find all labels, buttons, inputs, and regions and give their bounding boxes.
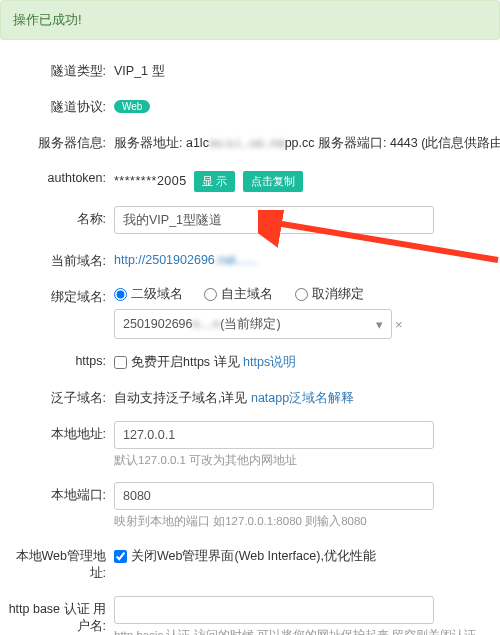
local-addr-input[interactable] <box>114 421 434 449</box>
clear-select-button[interactable]: × <box>395 317 403 332</box>
row-tunnel-type: 隧道类型: VIP_1 型 <box>0 58 500 80</box>
label-tunnel-type: 隧道类型: <box>6 58 114 80</box>
label-authtoken: authtoken: <box>6 166 114 185</box>
radio-unbind-label: 取消绑定 <box>312 287 364 301</box>
value-web-admin: 关闭Web管理界面(Web Interface),优化性能 <box>114 543 500 565</box>
current-domain-link[interactable]: http://2501902696.nat...... <box>114 253 256 267</box>
value-tunnel-type: VIP_1 型 <box>114 58 500 80</box>
http-user-help: http basic 认证,访问的时候,可以将您的网址保护起来.留空则关闭认证 <box>114 628 500 635</box>
name-input[interactable] <box>114 206 434 234</box>
row-local-addr: 本地地址: 默认127.0.0.1 可改为其他内网地址 <box>0 421 500 468</box>
row-name: 名称: <box>0 206 500 234</box>
label-web-admin: 本地Web管理地址: <box>6 543 114 582</box>
value-wildcard: 自动支持泛子域名,详见 natapp泛域名解释 <box>114 385 500 407</box>
domain-link-text: http://2501902696 <box>114 253 215 267</box>
label-bind-domain: 绑定域名: <box>6 284 114 306</box>
value-tunnel-proto: Web <box>114 94 500 113</box>
row-wildcard: 泛子域名: 自动支持泛子域名,详见 natapp泛域名解释 <box>0 385 500 407</box>
authtoken-masked: ********2005 <box>114 174 187 188</box>
wildcard-help-link[interactable]: natapp泛域名解释 <box>251 391 354 405</box>
select-value-suffix: (当前绑定) <box>220 317 280 331</box>
web-admin-text: 关闭Web管理界面(Web Interface),优化性能 <box>131 549 376 563</box>
radio-second-level-input[interactable] <box>114 288 127 301</box>
label-local-port: 本地端口: <box>6 482 114 504</box>
radio-unbind-input[interactable] <box>295 288 308 301</box>
row-http-user: http base 认证 用户名: http basic 认证,访问的时候,可以… <box>0 596 500 635</box>
label-local-addr: 本地地址: <box>6 421 114 443</box>
bind-domain-select[interactable]: 2501902696n....n(当前绑定) ▾ <box>114 309 392 339</box>
value-name <box>114 206 500 234</box>
value-authtoken: ********2005 显 示 点击复制 <box>114 166 500 192</box>
value-bind-domain: 二级域名 自主域名 取消绑定 2501902696n....n(当前绑定) ▾ … <box>114 284 500 339</box>
server-addr-prefix: 服务器地址: a1lc <box>114 136 209 150</box>
value-server-info: 服务器地址: a1lcou.u.i...uo..napp.cc 服务器端口: 4… <box>114 130 500 152</box>
label-current-domain: 当前域名: <box>6 248 114 270</box>
https-text: 免费开启https 详见 <box>131 355 243 369</box>
local-port-input[interactable] <box>114 482 434 510</box>
row-tunnel-proto: 隧道协议: Web <box>0 94 500 116</box>
radio-second-level[interactable]: 二级域名 <box>114 287 183 301</box>
select-value-blur: n....n <box>193 317 221 331</box>
row-server-info: 服务器信息: 服务器地址: a1lcou.u.i...uo..napp.cc 服… <box>0 130 500 152</box>
row-web-admin: 本地Web管理地址: 关闭Web管理界面(Web Interface),优化性能 <box>0 543 500 582</box>
label-tunnel-proto: 隧道协议: <box>6 94 114 116</box>
value-current-domain: http://2501902696.nat...... <box>114 248 500 267</box>
row-https: https: 免费开启https 详见 https说明 <box>0 349 500 371</box>
chevron-down-icon: ▾ <box>376 317 383 332</box>
label-https: https: <box>6 349 114 368</box>
radio-custom-domain-input[interactable] <box>204 288 217 301</box>
web-admin-checkbox-label[interactable]: 关闭Web管理界面(Web Interface),优化性能 <box>114 549 376 563</box>
http-user-input[interactable] <box>114 596 434 624</box>
https-help-link[interactable]: https说明 <box>243 355 296 369</box>
row-local-port: 本地端口: 映射到本地的端口 如127.0.0.1:8080 则输入8080 <box>0 482 500 529</box>
row-bind-domain: 绑定域名: 二级域名 自主域名 取消绑定 2501902696n....n(当前… <box>0 284 500 339</box>
wildcard-text: 自动支持泛子域名,详见 <box>114 391 251 405</box>
radio-custom-domain-label: 自主域名 <box>221 287 273 301</box>
row-current-domain: 当前域名: http://2501902696.nat...... <box>0 248 500 270</box>
https-checkbox[interactable] <box>114 356 127 369</box>
label-server-info: 服务器信息: <box>6 130 114 152</box>
radio-custom-domain[interactable]: 自主域名 <box>204 287 273 301</box>
server-addr-suffix: pp.cc 服务器端口: 4443 (此信息供路由器插件 <box>285 136 500 150</box>
select-value-text: 2501902696 <box>123 317 193 331</box>
label-http-user: http base 认证 用户名: <box>6 596 114 635</box>
radio-unbind[interactable]: 取消绑定 <box>295 287 364 301</box>
show-token-button[interactable]: 显 示 <box>194 171 235 192</box>
value-local-port: 映射到本地的端口 如127.0.0.1:8080 则输入8080 <box>114 482 500 529</box>
value-https: 免费开启https 详见 https说明 <box>114 349 500 371</box>
web-admin-checkbox[interactable] <box>114 550 127 563</box>
success-banner: 操作已成功! <box>0 0 500 40</box>
row-authtoken: authtoken: ********2005 显 示 点击复制 <box>0 166 500 192</box>
web-badge: Web <box>114 100 150 113</box>
value-http-user: http basic 认证,访问的时候,可以将您的网址保护起来.留空则关闭认证 <box>114 596 500 635</box>
https-checkbox-label[interactable]: 免费开启https 详见 https说明 <box>114 355 296 369</box>
copy-token-button[interactable]: 点击复制 <box>243 171 303 192</box>
label-wildcard: 泛子域名: <box>6 385 114 407</box>
server-addr-blur: ou.u.i...uo..na <box>209 136 285 150</box>
value-local-addr: 默认127.0.0.1 可改为其他内网地址 <box>114 421 500 468</box>
local-port-help: 映射到本地的端口 如127.0.0.1:8080 则输入8080 <box>114 514 500 529</box>
label-name: 名称: <box>6 206 114 228</box>
domain-link-blur: .nat...... <box>215 253 257 267</box>
radio-second-level-label: 二级域名 <box>131 287 183 301</box>
local-addr-help: 默认127.0.0.1 可改为其他内网地址 <box>114 453 500 468</box>
